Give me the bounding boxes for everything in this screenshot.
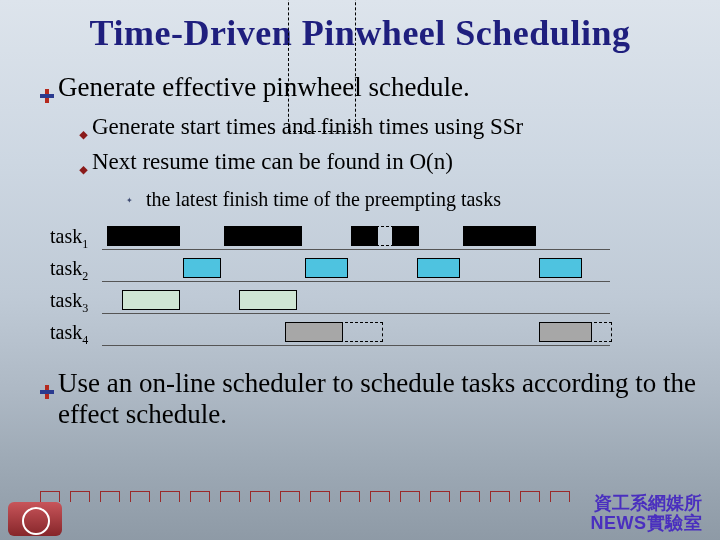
slide-content: Generate effective pinwheel schedule. Ge… [0, 54, 720, 212]
bullet-1-2-1: the latest finish time of the preempting… [146, 187, 501, 213]
task-row-4: task4 [50, 318, 610, 350]
battlement-decoration [40, 490, 580, 502]
svg-rect-2 [79, 131, 87, 139]
svg-rect-3 [79, 166, 87, 174]
bullet-2: Use an on-line scheduler to schedule tas… [58, 368, 720, 430]
row-label-1: task1 [50, 225, 102, 252]
diamond-icon [78, 153, 92, 182]
footer-line-1: 資工系網媒所 [591, 494, 703, 514]
task-row-3: task3 [50, 286, 610, 318]
footer-line-2: NEWS實驗室 [591, 514, 703, 534]
plus-icon [40, 375, 58, 406]
dash-icon: ✦ [126, 196, 146, 206]
page-title: Time-Driven Pinwheel Scheduling [0, 0, 720, 54]
row-label-2: task2 [50, 257, 102, 284]
bullet-1-2: Next resume time can be found in O(n) [92, 147, 453, 176]
svg-rect-5 [40, 390, 54, 394]
task-row-2: task2 [50, 254, 610, 286]
footer-lab: 資工系網媒所 NEWS實驗室 [591, 494, 703, 534]
bullet-1: Generate effective pinwheel schedule. [58, 72, 470, 103]
svg-rect-1 [40, 94, 54, 98]
row-label-3: task3 [50, 289, 102, 316]
task-row-1: task1 [50, 222, 610, 254]
plus-icon [40, 79, 58, 110]
diamond-icon [78, 118, 92, 147]
lab-logo-icon [8, 502, 62, 536]
schedule-chart: task1 task2 task3 task4 [50, 222, 610, 350]
annotation-box [288, 0, 356, 132]
row-label-4: task4 [50, 321, 102, 348]
